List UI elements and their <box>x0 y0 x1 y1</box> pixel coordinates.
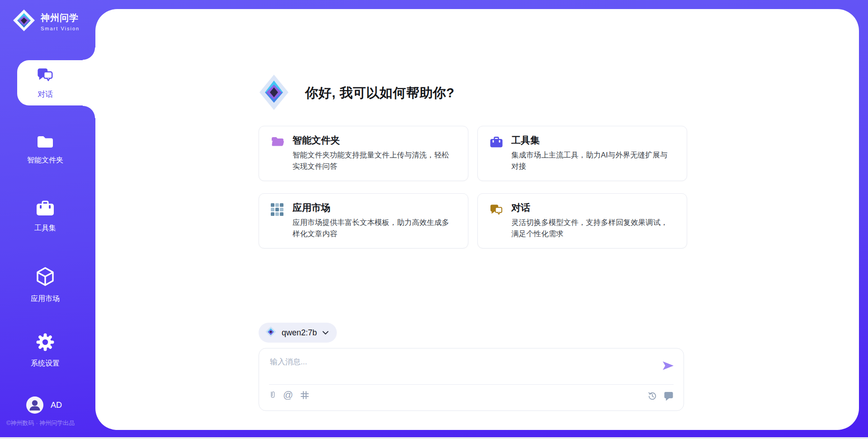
sidebar-item-toolset[interactable]: 工具集 <box>0 199 90 233</box>
card-description: 集成市场上主流工具，助力AI与外界无缝扩展与对接 <box>511 149 675 172</box>
app-root: 神州问学 Smart Vision 对话 智能文件夹 <box>0 0 868 439</box>
card-smart-folder[interactable]: 智能文件夹 智能文件夹功能支持批量文件上传与清洗，轻松实现文件问答 <box>259 126 468 181</box>
toolbox-icon <box>490 135 503 181</box>
chevron-down-icon <box>322 329 329 337</box>
folder-open-icon <box>271 135 284 181</box>
toolbox-icon <box>36 199 55 218</box>
card-title: 对话 <box>511 203 675 213</box>
brand-subtitle: Smart Vision <box>41 26 80 31</box>
brand: 神州问学 Smart Vision <box>13 9 80 33</box>
message-input[interactable] <box>270 357 641 380</box>
composer-divider <box>269 384 674 385</box>
sidebar-item-smart-folder[interactable]: 智能文件夹 <box>0 134 90 165</box>
brand-name: 神州问学 <box>41 12 80 24</box>
sidebar-item-label: 智能文件夹 <box>27 156 63 165</box>
hashtag-icon[interactable] <box>300 390 310 400</box>
attachment-icon[interactable] <box>269 389 276 401</box>
horizontal-scrollbar-track <box>0 437 868 439</box>
chat-bubble-icon[interactable] <box>664 391 674 401</box>
sidebar-item-label: 系统设置 <box>31 359 60 368</box>
tab-fillet-top <box>83 48 95 60</box>
gear-icon <box>36 333 55 353</box>
folder-icon <box>37 134 54 150</box>
card-title: 工具集 <box>511 135 675 145</box>
card-app-market[interactable]: 应用市场 应用市场提供丰富长文本模板，助力高效生成多样化文章内容 <box>259 193 468 248</box>
user-profile[interactable]: AD <box>26 396 62 414</box>
main-content: 你好, 我可以如何帮助你? 智能文件夹 智能文件夹功能支持批量文件上传与清洗，轻… <box>95 9 859 430</box>
card-description: 智能文件夹功能支持批量文件上传与清洗，轻松实现文件问答 <box>292 149 456 172</box>
greeting-row: 你好, 我可以如何帮助你? <box>259 74 454 112</box>
model-logo-icon <box>265 326 276 339</box>
model-selector[interactable]: qwen2:7b <box>259 323 337 343</box>
sidebar-item-label: 应用市场 <box>31 294 60 304</box>
greeting-text: 你好, 我可以如何帮助你? <box>305 84 454 102</box>
cube-icon <box>35 266 56 289</box>
card-chat[interactable]: 对话 灵活切换多模型文件，支持多样回复效果调试，满足个性化需求 <box>477 193 687 248</box>
sidebar-item-settings[interactable]: 系统设置 <box>0 333 90 368</box>
history-icon[interactable] <box>648 391 657 401</box>
sidebar-item-label: 工具集 <box>34 224 56 233</box>
copyright: ©神州数码 · 神州问学出品 <box>6 419 75 427</box>
chat-icon <box>490 203 503 248</box>
model-name: qwen2:7b <box>282 328 317 338</box>
sidebar-item-label: 对话 <box>38 89 53 100</box>
avatar <box>26 396 43 414</box>
card-title: 应用市场 <box>292 203 456 213</box>
message-composer: @ <box>259 348 684 411</box>
feature-cards: 智能文件夹 智能文件夹功能支持批量文件上传与清洗，轻松实现文件问答 工具集 集成… <box>259 126 687 248</box>
card-title: 智能文件夹 <box>292 135 456 145</box>
user-name: AD <box>51 401 62 410</box>
send-icon[interactable] <box>662 359 675 373</box>
card-toolset[interactable]: 工具集 集成市场上主流工具，助力AI与外界无缝扩展与对接 <box>477 126 687 181</box>
chat-icon <box>37 67 54 85</box>
card-description: 灵活切换多模型文件，支持多样回复效果调试，满足个性化需求 <box>511 217 675 239</box>
sidebar-item-app-market[interactable]: 应用市场 <box>0 266 90 304</box>
assistant-logo-icon <box>259 74 289 112</box>
card-description: 应用市场提供丰富长文本模板，助力高效生成多样化文章内容 <box>292 217 456 239</box>
sidebar-item-chat[interactable]: 对话 <box>17 60 73 105</box>
brand-logo-icon <box>13 9 35 33</box>
grid-icon <box>271 203 284 248</box>
tab-fillet-bottom <box>83 105 95 118</box>
mention-icon[interactable]: @ <box>283 390 293 400</box>
